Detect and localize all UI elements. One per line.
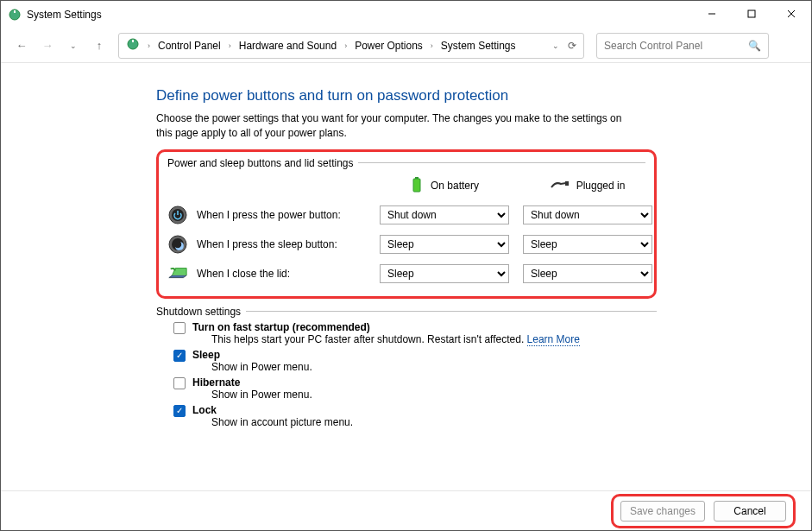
- refresh-icon[interactable]: ⟳: [568, 40, 576, 52]
- sleep-button-battery-select[interactable]: Sleep: [380, 235, 509, 254]
- svg-rect-10: [565, 181, 569, 186]
- power-button-battery-select[interactable]: Shut down: [380, 205, 509, 224]
- search-box[interactable]: 🔍: [596, 33, 769, 59]
- group-legend: Power and sleep buttons and lid settings: [167, 157, 645, 169]
- lid-icon: [167, 263, 188, 284]
- footer: Save changes Cancel: [1, 490, 811, 530]
- breadcrumb[interactable]: › Control Panel › Hardware and Sound › P…: [118, 33, 584, 59]
- chevron-right-icon: ›: [229, 41, 231, 50]
- fast-startup-checkbox[interactable]: [173, 322, 186, 334]
- group-legend-text: Shutdown settings: [156, 306, 241, 318]
- sleep-button-plugged-select[interactable]: Sleep: [523, 235, 652, 254]
- footer-highlight: Save changes Cancel: [611, 494, 796, 528]
- svg-rect-8: [413, 179, 420, 192]
- lid-battery-select[interactable]: Sleep: [380, 264, 509, 283]
- minimize-button[interactable]: [692, 1, 732, 27]
- power-button-plugged-select[interactable]: Shut down: [523, 205, 652, 224]
- up-button[interactable]: ↑: [89, 35, 110, 56]
- group-legend: Shutdown settings: [156, 306, 657, 318]
- group-legend-text: Power and sleep buttons and lid settings: [167, 157, 353, 169]
- hibernate-checkbox[interactable]: [173, 377, 186, 389]
- title-bar: System Settings: [1, 1, 811, 28]
- fast-startup-label: Turn on fast startup (recommended): [192, 321, 370, 333]
- recent-dropdown-icon[interactable]: ⌄: [63, 35, 84, 56]
- search-input[interactable]: [604, 40, 748, 52]
- row-close-lid: When I close the lid:: [167, 263, 366, 284]
- address-dropdown-icon[interactable]: ⌄: [552, 41, 559, 50]
- page-title: Define power buttons and turn on passwor…: [156, 87, 811, 104]
- search-icon: 🔍: [748, 40, 761, 52]
- page-description: Choose the power settings that you want …: [156, 111, 639, 141]
- chevron-right-icon: ›: [148, 41, 150, 50]
- lock-description: Show in account picture menu.: [211, 416, 353, 428]
- lid-plugged-select[interactable]: Sleep: [523, 264, 652, 283]
- row-power-button: When I press the power button:: [167, 205, 366, 225]
- chevron-right-icon: ›: [344, 41, 347, 50]
- svg-rect-3: [748, 10, 755, 17]
- app-icon: [8, 8, 22, 22]
- row-sleep-button: When I press the sleep button:: [167, 234, 366, 255]
- location-icon: [126, 37, 140, 54]
- sleep-icon: [167, 234, 188, 255]
- crumb-hardware-sound[interactable]: Hardware and Sound: [239, 40, 337, 52]
- back-button[interactable]: ←: [11, 35, 32, 56]
- battery-icon: [410, 176, 424, 196]
- hibernate-label: Hibernate: [192, 376, 240, 389]
- lock-label: Lock: [192, 404, 217, 416]
- plug-icon: [551, 180, 570, 193]
- forward-button[interactable]: →: [37, 35, 58, 56]
- hibernate-description: Show in Power menu.: [211, 389, 312, 401]
- chevron-right-icon: ›: [431, 41, 433, 50]
- navigation-bar: ← → ⌄ ↑ › Control Panel › Hardware and S…: [1, 28, 811, 63]
- power-icon: [167, 205, 188, 225]
- svg-rect-9: [415, 177, 419, 179]
- close-button[interactable]: [771, 1, 811, 27]
- shutdown-settings-group: Shutdown settings Turn on fast startup (…: [156, 306, 657, 428]
- svg-rect-1: [14, 10, 16, 13]
- column-plugged-in: Plugged in: [523, 180, 652, 193]
- sleep-label: Sleep: [192, 349, 220, 361]
- svg-rect-7: [132, 40, 134, 42]
- lock-checkbox[interactable]: [173, 405, 186, 417]
- column-on-battery: On battery: [380, 176, 509, 196]
- fast-startup-description: This helps start your PC faster after sh…: [211, 333, 524, 345]
- sleep-description: Show in Power menu.: [211, 361, 312, 373]
- crumb-control-panel[interactable]: Control Panel: [158, 40, 221, 52]
- maximize-button[interactable]: [732, 1, 771, 27]
- learn-more-link[interactable]: Learn More: [527, 333, 580, 346]
- window-title: System Settings: [27, 9, 102, 21]
- save-button[interactable]: Save changes: [620, 501, 705, 522]
- power-buttons-group: Power and sleep buttons and lid settings…: [156, 149, 657, 299]
- cancel-button[interactable]: Cancel: [714, 501, 786, 522]
- sleep-checkbox[interactable]: [173, 350, 186, 362]
- crumb-system-settings[interactable]: System Settings: [441, 40, 516, 52]
- crumb-power-options[interactable]: Power Options: [355, 40, 423, 52]
